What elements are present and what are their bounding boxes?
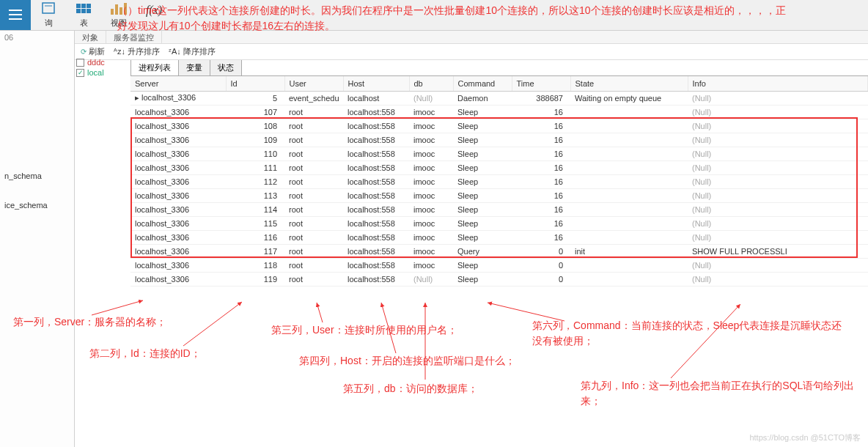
service-label[interactable]: 服务器监控 bbox=[106, 31, 162, 43]
table-row[interactable]: localhost_3306113rootlocalhost:558imoocS… bbox=[130, 188, 868, 202]
watermark: https://blog.csdn @51CTO博客 bbox=[749, 432, 861, 443]
table-cell: imooc bbox=[409, 133, 453, 147]
table-cell: Sleep bbox=[453, 147, 512, 160]
table-cell: localhost_3306 bbox=[130, 174, 226, 188]
sort-desc-label: 降序排序 bbox=[183, 46, 216, 57]
table-row[interactable]: localhost_3306110rootlocalhost:558imoocS… bbox=[130, 147, 868, 160]
query-button[interactable]: 询 bbox=[31, 0, 66, 30]
column-header[interactable]: Host bbox=[343, 76, 409, 91]
table-cell: (Null) bbox=[409, 272, 453, 286]
table-cell: imooc bbox=[409, 174, 453, 188]
app-menu-button[interactable] bbox=[0, 0, 31, 30]
table-icon bbox=[73, 0, 94, 16]
table-cell: Sleep bbox=[453, 105, 512, 119]
table-row[interactable]: localhost_3306119rootlocalhost:558(Null)… bbox=[130, 272, 868, 286]
checkbox-unchecked[interactable] bbox=[76, 59, 84, 67]
table-cell bbox=[570, 133, 688, 147]
table-cell: init bbox=[570, 244, 688, 258]
table-cell: root bbox=[284, 174, 343, 188]
table-cell: 116 bbox=[226, 230, 284, 244]
table-row[interactable]: localhost_3306116rootlocalhost:558imoocS… bbox=[130, 230, 868, 244]
table-cell: 388687 bbox=[512, 91, 570, 105]
table-cell: Sleep bbox=[453, 202, 512, 216]
table-row[interactable]: localhost_3306118rootlocalhost:558imoocS… bbox=[130, 258, 868, 272]
table-cell: imooc bbox=[409, 230, 453, 244]
table-cell: 16 bbox=[512, 230, 570, 244]
sort-asc-button[interactable]: ᴬz↓ 升序排序 bbox=[114, 46, 160, 57]
main-area: 06 对象 服务器监控 ⟳ 刷新 ᴬz↓ 升序排序 ᶻA↓ 降序排序 bbox=[0, 31, 868, 447]
tab-status[interactable]: 状态 bbox=[210, 60, 242, 75]
table-cell: imooc bbox=[409, 188, 453, 202]
table-cell: 16 bbox=[512, 147, 570, 160]
table-cell: (Null) bbox=[688, 174, 868, 188]
svg-rect-2 bbox=[9, 18, 22, 20]
table-cell: Sleep bbox=[453, 188, 512, 202]
table-cell: event_schedu bbox=[284, 91, 343, 105]
table-cell: 16 bbox=[512, 119, 570, 133]
table-button[interactable]: 表 bbox=[66, 0, 101, 30]
table-cell bbox=[570, 272, 688, 286]
schema-item[interactable]: n_schema bbox=[0, 169, 75, 183]
table-cell: localhost_3306 bbox=[130, 258, 226, 272]
table-cell: 117 bbox=[226, 244, 284, 258]
table-cell: imooc bbox=[409, 160, 453, 174]
table-cell: 111 bbox=[226, 160, 284, 174]
tree-item-dddc[interactable]: dddc bbox=[75, 57, 130, 67]
table-row[interactable]: localhost_3306114rootlocalhost:558imoocS… bbox=[130, 202, 868, 216]
table-cell: 109 bbox=[226, 133, 284, 147]
column-header[interactable]: db bbox=[409, 76, 453, 91]
svg-rect-3 bbox=[43, 3, 54, 13]
tab-vars[interactable]: 变量 bbox=[178, 60, 210, 75]
table-row[interactable]: localhost_3306107rootlocalhost:558imoocS… bbox=[130, 105, 868, 119]
tree-item-local[interactable]: local bbox=[75, 67, 130, 78]
sort-desc-button[interactable]: ᶻA↓ 降序排序 bbox=[169, 46, 216, 57]
table-cell: (Null) bbox=[688, 216, 868, 230]
table-cell: (Null) bbox=[688, 147, 868, 160]
table-cell: (Null) bbox=[688, 258, 868, 272]
table-cell: root bbox=[284, 160, 343, 174]
column-header[interactable]: Server bbox=[130, 76, 226, 91]
schema-item[interactable]: ice_schema bbox=[0, 198, 75, 213]
table-cell: localhost:558 bbox=[343, 244, 409, 258]
table-cell: 119 bbox=[226, 272, 284, 286]
table-cell: 107 bbox=[226, 105, 284, 119]
table-row[interactable]: localhost_3306112rootlocalhost:558imoocS… bbox=[130, 174, 868, 188]
column-header[interactable]: Info bbox=[688, 76, 868, 91]
function-button[interactable]: f(x) bbox=[136, 1, 172, 30]
table-cell: localhost_3306 bbox=[130, 188, 226, 202]
table-cell: 16 bbox=[512, 188, 570, 202]
column-header[interactable]: State bbox=[570, 76, 688, 91]
table-row[interactable]: localhost_3306108rootlocalhost:558imoocS… bbox=[130, 119, 868, 133]
column-header[interactable]: Time bbox=[512, 76, 570, 91]
table-cell: Query bbox=[453, 244, 512, 258]
table-cell: (Null) bbox=[688, 91, 868, 105]
refresh-icon: ⟳ bbox=[81, 48, 87, 56]
process-table[interactable]: ServerIdUserHostdbCommandTimeStateInfo ▸… bbox=[130, 76, 868, 287]
refresh-button[interactable]: ⟳ 刷新 bbox=[81, 46, 105, 57]
column-header[interactable]: Id bbox=[226, 76, 284, 91]
refresh-label: 刷新 bbox=[89, 46, 105, 57]
left-panel: 06 bbox=[0, 31, 75, 447]
view-button[interactable]: 视图 bbox=[101, 0, 136, 30]
column-header[interactable]: User bbox=[284, 76, 343, 91]
checkbox-checked[interactable] bbox=[76, 69, 84, 77]
table-cell bbox=[570, 174, 688, 188]
table-cell: Sleep bbox=[453, 174, 512, 188]
table-cell: imooc bbox=[409, 147, 453, 160]
table-row[interactable]: localhost_3306111rootlocalhost:558imoocS… bbox=[130, 160, 868, 174]
object-label[interactable]: 对象 bbox=[75, 31, 106, 43]
tab-process[interactable]: 进程列表 bbox=[130, 60, 179, 75]
port-value: 06 bbox=[0, 31, 74, 44]
table-row[interactable]: localhost_3306115rootlocalhost:558imoocS… bbox=[130, 216, 868, 230]
svg-rect-1 bbox=[9, 14, 22, 15]
table-cell bbox=[570, 147, 688, 160]
column-header[interactable]: Command bbox=[453, 76, 512, 91]
table-cell: imooc bbox=[409, 216, 453, 230]
table-cell: localhost:558 bbox=[343, 160, 409, 174]
table-row[interactable]: localhost_3306109rootlocalhost:558imoocS… bbox=[130, 133, 868, 147]
table-area: 进程列表 变量 状态 ServerIdUserHostdbCommandTime… bbox=[130, 60, 868, 447]
table-row[interactable]: ▸ localhost_33065event_schedulocalhost(N… bbox=[130, 91, 868, 105]
table-cell: Sleep bbox=[453, 272, 512, 286]
view-icon bbox=[108, 0, 129, 16]
table-row[interactable]: localhost_3306117rootlocalhost:558imoocQ… bbox=[130, 244, 868, 258]
